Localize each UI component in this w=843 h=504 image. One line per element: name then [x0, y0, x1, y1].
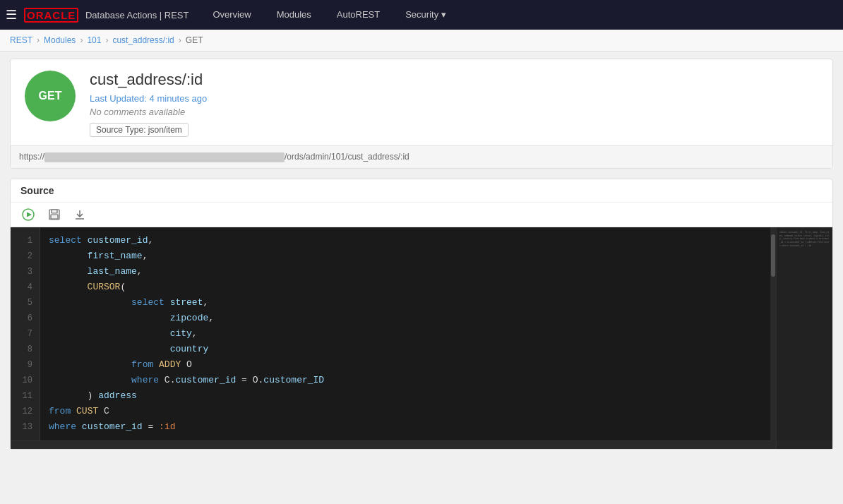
handler-title: cust_address/:id: [90, 71, 207, 89]
code-line-8: country: [49, 342, 824, 357]
scrollbar-thumb: [771, 234, 775, 277]
url-blurred: [44, 152, 285, 162]
code-line-1: select customer_id,: [49, 233, 824, 248]
source-type-badge: Source Type: json/item: [90, 123, 189, 137]
nav-links: Overview Modules AutoREST Security ▾: [200, 0, 459, 30]
source-toolbar: [11, 203, 832, 227]
handler-top: GET cust_address/:id Last Updated: 4 min…: [25, 71, 818, 145]
main-content: GET cust_address/:id Last Updated: 4 min…: [0, 52, 843, 457]
handler-card: GET cust_address/:id Last Updated: 4 min…: [10, 59, 833, 169]
code-line-12: from CUST C: [49, 404, 824, 419]
svg-rect-3: [52, 210, 57, 213]
line-numbers: 1 2 3 4 5 6 7 8 9 10 11 12 13: [11, 227, 40, 440]
svg-marker-1: [27, 212, 32, 217]
menu-icon[interactable]: ☰: [6, 7, 17, 23]
source-section: Source 1 2 3 4: [10, 179, 833, 450]
code-line-2: first_name,: [49, 248, 824, 264]
handler-url: https:// /ords/admin/101/cust_address/:i…: [11, 145, 832, 168]
code-line-13: where customer_id = :id: [49, 419, 824, 435]
oracle-logo: ORACLE Database Actions | REST: [24, 8, 189, 23]
nav-autorest[interactable]: AutoREST: [324, 0, 393, 30]
save-button[interactable]: [46, 208, 63, 222]
code-line-7: city,: [49, 326, 824, 342]
vertical-scrollbar[interactable]: [770, 227, 776, 449]
nav-security[interactable]: Security ▾: [393, 0, 459, 30]
horizontal-scrollbar[interactable]: [11, 440, 832, 449]
minimap: select customer_id, first_name, last_nam…: [776, 227, 832, 449]
handler-comments: No comments available: [90, 107, 207, 117]
code-line-10: where C.customer_id = O.customer_ID: [49, 373, 824, 388]
top-nav: ☰ ORACLE Database Actions | REST Overvie…: [0, 0, 843, 30]
run-button[interactable]: [19, 207, 37, 222]
breadcrumb-modules[interactable]: Modules: [44, 35, 76, 45]
breadcrumb-cust-address[interactable]: cust_address/:id: [112, 35, 174, 45]
code-line-6: zipcode,: [49, 311, 824, 326]
code-editor[interactable]: 1 2 3 4 5 6 7 8 9 10 11 12 13 select cus…: [11, 227, 832, 449]
code-lines: 1 2 3 4 5 6 7 8 9 10 11 12 13 select cus…: [11, 227, 832, 440]
code-content[interactable]: select customer_id, first_name, last_nam…: [40, 227, 832, 440]
code-line-3: last_name,: [49, 264, 824, 280]
nav-modules[interactable]: Modules: [264, 0, 324, 30]
code-line-9: from ADDY O: [49, 357, 824, 373]
svg-rect-4: [51, 215, 58, 219]
oracle-logo-text: ORACLE: [24, 8, 78, 23]
method-badge: GET: [25, 71, 76, 121]
code-line-11: ) address: [49, 388, 824, 404]
breadcrumb-current: GET: [186, 35, 203, 45]
chevron-down-icon: ▾: [441, 9, 446, 20]
app-title: Database Actions | REST: [83, 10, 189, 20]
source-header: Source: [11, 179, 832, 203]
code-line-5: select street,: [49, 295, 824, 311]
breadcrumb: REST › Modules › 101 › cust_address/:id …: [0, 30, 843, 52]
download-button[interactable]: [71, 208, 88, 222]
nav-overview[interactable]: Overview: [200, 0, 263, 30]
code-line-4: CURSOR(: [49, 280, 824, 295]
handler-info: cust_address/:id Last Updated: 4 minutes…: [90, 71, 207, 137]
breadcrumb-rest[interactable]: REST: [10, 35, 32, 45]
handler-updated: Last Updated: 4 minutes ago: [90, 93, 207, 104]
breadcrumb-101[interactable]: 101: [87, 35, 101, 45]
